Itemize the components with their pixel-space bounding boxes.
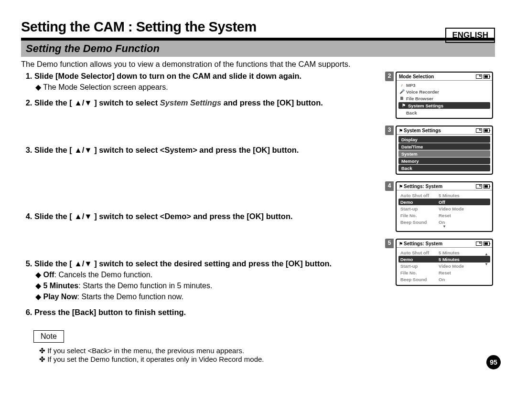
kv-startup: Start-upVideo Mode (398, 205, 490, 212)
screenshot-3-number: 3 (385, 126, 394, 135)
step-2-pre: Slide the [ ▲/▼ ] switch to select (34, 98, 160, 107)
chevron-up-icon: ▲ (484, 252, 488, 256)
settings-icon: ⚑ (399, 184, 403, 189)
card-icon (476, 128, 482, 133)
screenshot-4-title: Settings: System (404, 184, 442, 189)
step-1-text: Slide [Mode Selector] down to turn on th… (34, 72, 301, 80)
language-label: ENGLISH (445, 28, 495, 43)
file-icon: 🗎 (399, 96, 404, 101)
kv-demo: Demo5 Minutes▲▼ (398, 256, 490, 262)
step-5: Slide the [ ▲/▼ ] switch to select the d… (34, 259, 379, 301)
screenshot-4: ⚑Settings: System Auto Shut off5 Minutes… (396, 181, 493, 232)
settings-icon: ⚑ (399, 128, 403, 133)
card-icon (476, 184, 482, 189)
step-5-sub-playnow: Play Now: Starts the Demo function now. (34, 292, 379, 301)
battery-icon (484, 242, 490, 246)
screenshot-2: Mode Selection ♪MP3 🎤Voice Recorder 🗎Fil… (396, 72, 493, 119)
menu-row-back: Back (397, 109, 492, 116)
step-6: Press the [Back] button to finish settin… (34, 308, 379, 317)
menu-row-datetime: Date/Time (398, 143, 490, 150)
card-icon (476, 74, 482, 79)
battery-icon (484, 184, 490, 189)
step-1: Slide [Mode Selector] down to turn on th… (34, 72, 379, 92)
menu-row-back: Back (398, 165, 490, 171)
card-icon (476, 242, 482, 246)
page-number: 95 (486, 355, 501, 369)
screenshot-5-title: Settings: System (404, 241, 442, 246)
step-4: Slide the [ ▲/▼ ] switch to select <Demo… (34, 212, 379, 221)
menu-row-memory: Memory (398, 158, 490, 164)
step-3: Slide the [ ▲/▼ ] switch to select <Syst… (34, 146, 379, 155)
step-1-sub: The Mode Selection screen appears. (34, 83, 379, 92)
menu-row-system-settings: ⚑System Settings (398, 102, 490, 109)
mic-icon: 🎤 (399, 89, 404, 94)
screenshot-5-number: 5 (385, 239, 394, 248)
menu-row-voice: 🎤Voice Recorder (397, 88, 492, 95)
page-title: Setting the CAM : Setting the System (21, 19, 495, 35)
screenshot-5: ⚑Settings: System Auto Shut off5 Minutes… (396, 239, 493, 286)
note-1: If you select <Back> in the menu, the pr… (39, 346, 379, 355)
kv-fileno: File No.Reset (398, 212, 490, 219)
kv-beep: Beep SoundOn (398, 219, 490, 225)
screenshot-3-title: System Settings (404, 128, 441, 133)
screenshot-2-number: 2 (385, 72, 394, 81)
kv-demo: DemoOff (398, 199, 490, 205)
menu-row-file: 🗎File Browser (397, 95, 492, 102)
step-5-sub-off: Off: Cancels the Demo function. (34, 270, 379, 279)
step-2-post: and press the [OK] button. (221, 98, 323, 107)
music-icon: ♪ (399, 83, 404, 87)
screenshot-3: ⚑System Settings Display Date/Time Syste… (396, 126, 493, 175)
note-2: If you set the Demo function, it operate… (39, 355, 379, 364)
screenshot-4-number: 4 (385, 181, 394, 191)
kv-fileno: File No.Reset (398, 269, 490, 276)
battery-icon (484, 74, 490, 79)
kv-autoshutoff: Auto Shut off5 Minutes (398, 249, 490, 256)
section-subtitle: Setting the Demo Function (21, 41, 495, 57)
menu-row-system: System (398, 150, 490, 157)
intro-text: The Demo function allows you to view a d… (21, 60, 495, 69)
screenshot-2-title: Mode Selection (399, 74, 434, 79)
step-5-sub-5min: 5 Minutes: Starts the Demo function in 5… (34, 281, 379, 290)
menu-row-mp3: ♪MP3 (397, 82, 492, 88)
note-label: Note (33, 330, 64, 343)
kv-beep: Beep SoundOn (398, 276, 490, 283)
step-2: Slide the [ ▲/▼ ] switch to select Syste… (34, 98, 379, 107)
kv-autoshutoff: Auto Shut off5 Minutes (398, 192, 490, 199)
step-5-text: Slide the [ ▲/▼ ] switch to select the d… (34, 259, 332, 268)
kv-startup: Start-upVideo Mode (398, 262, 490, 269)
settings-icon: ⚑ (399, 242, 403, 246)
settings-icon: ⚑ (401, 103, 406, 108)
step-2-italic: System Settings (160, 98, 221, 107)
battery-icon (484, 128, 490, 133)
menu-row-display: Display (398, 136, 490, 143)
